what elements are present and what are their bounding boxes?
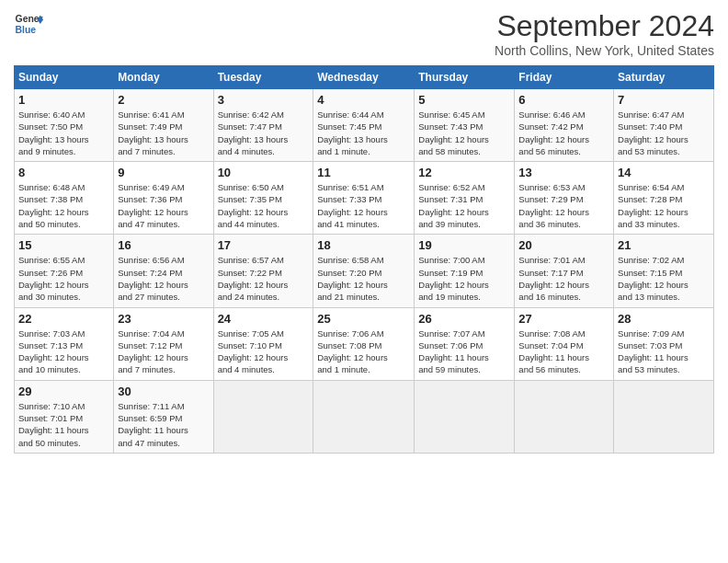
- month-title: September 2024: [495, 9, 714, 43]
- day-cell: 5Sunrise: 6:45 AM Sunset: 7:43 PM Daylig…: [415, 89, 515, 162]
- day-cell: 23Sunrise: 7:04 AM Sunset: 7:12 PM Dayli…: [114, 307, 213, 380]
- day-number: 14: [618, 166, 710, 179]
- day-number: 4: [317, 93, 410, 107]
- day-cell: 24Sunrise: 7:05 AM Sunset: 7:10 PM Dayli…: [213, 307, 313, 380]
- col-header-wednesday: Wednesday: [313, 66, 415, 89]
- day-info: Sunrise: 6:40 AM Sunset: 7:50 PM Dayligh…: [18, 109, 109, 157]
- day-cell: 10Sunrise: 6:50 AM Sunset: 7:35 PM Dayli…: [213, 162, 313, 235]
- day-info: Sunrise: 6:45 AM Sunset: 7:43 PM Dayligh…: [418, 109, 510, 157]
- week-row-2: 8Sunrise: 6:48 AM Sunset: 7:38 PM Daylig…: [15, 162, 714, 235]
- col-header-thursday: Thursday: [415, 66, 515, 89]
- day-number: 6: [518, 93, 609, 107]
- day-info: Sunrise: 7:08 AM Sunset: 7:04 PM Dayligh…: [518, 327, 609, 376]
- day-info: Sunrise: 6:42 AM Sunset: 7:47 PM Dayligh…: [218, 109, 310, 157]
- day-info: Sunrise: 7:00 AM Sunset: 7:19 PM Dayligh…: [418, 254, 510, 303]
- calendar-table: SundayMondayTuesdayWednesdayThursdayFrid…: [14, 65, 714, 454]
- day-info: Sunrise: 7:09 AM Sunset: 7:03 PM Dayligh…: [618, 327, 710, 376]
- day-info: Sunrise: 6:55 AM Sunset: 7:26 PM Dayligh…: [18, 254, 109, 303]
- day-cell: 12Sunrise: 6:52 AM Sunset: 7:31 PM Dayli…: [415, 162, 515, 235]
- day-number: 22: [18, 312, 109, 326]
- week-row-4: 22Sunrise: 7:03 AM Sunset: 7:13 PM Dayli…: [15, 307, 714, 380]
- day-cell: 15Sunrise: 6:55 AM Sunset: 7:26 PM Dayli…: [15, 235, 114, 307]
- logo-icon: General Blue: [14, 9, 43, 39]
- day-info: Sunrise: 6:52 AM Sunset: 7:31 PM Dayligh…: [418, 181, 510, 230]
- col-header-friday: Friday: [515, 66, 614, 89]
- day-info: Sunrise: 6:44 AM Sunset: 7:45 PM Dayligh…: [317, 109, 410, 157]
- day-cell: [313, 380, 415, 453]
- day-cell: 7Sunrise: 6:47 AM Sunset: 7:40 PM Daylig…: [614, 89, 714, 162]
- day-number: 29: [18, 385, 109, 398]
- day-info: Sunrise: 6:48 AM Sunset: 7:38 PM Dayligh…: [18, 181, 109, 230]
- day-cell: 22Sunrise: 7:03 AM Sunset: 7:13 PM Dayli…: [15, 307, 114, 380]
- day-info: Sunrise: 6:58 AM Sunset: 7:20 PM Dayligh…: [317, 254, 410, 303]
- day-number: 23: [118, 312, 209, 326]
- day-cell: [614, 380, 714, 453]
- day-cell: 30Sunrise: 7:11 AM Sunset: 6:59 PM Dayli…: [114, 380, 213, 453]
- week-row-1: 1Sunrise: 6:40 AM Sunset: 7:50 PM Daylig…: [15, 89, 714, 162]
- day-cell: 8Sunrise: 6:48 AM Sunset: 7:38 PM Daylig…: [15, 162, 114, 235]
- title-block: September 2024 North Collins, New York, …: [495, 9, 714, 58]
- day-number: 28: [618, 312, 710, 326]
- day-info: Sunrise: 6:46 AM Sunset: 7:42 PM Dayligh…: [518, 109, 609, 157]
- day-cell: 20Sunrise: 7:01 AM Sunset: 7:17 PM Dayli…: [515, 235, 614, 307]
- day-number: 16: [118, 238, 209, 252]
- day-cell: 1Sunrise: 6:40 AM Sunset: 7:50 PM Daylig…: [15, 89, 114, 162]
- day-number: 7: [618, 93, 710, 107]
- header-row: SundayMondayTuesdayWednesdayThursdayFrid…: [15, 66, 714, 89]
- day-number: 10: [218, 166, 310, 179]
- col-header-saturday: Saturday: [614, 66, 714, 89]
- day-cell: 14Sunrise: 6:54 AM Sunset: 7:28 PM Dayli…: [614, 162, 714, 235]
- day-number: 5: [418, 93, 510, 107]
- day-cell: 13Sunrise: 6:53 AM Sunset: 7:29 PM Dayli…: [515, 162, 614, 235]
- day-cell: 25Sunrise: 7:06 AM Sunset: 7:08 PM Dayli…: [313, 307, 415, 380]
- day-cell: 17Sunrise: 6:57 AM Sunset: 7:22 PM Dayli…: [213, 235, 313, 307]
- page-header: General Blue September 2024 North Collin…: [14, 9, 714, 58]
- week-row-3: 15Sunrise: 6:55 AM Sunset: 7:26 PM Dayli…: [15, 235, 714, 307]
- day-cell: 9Sunrise: 6:49 AM Sunset: 7:36 PM Daylig…: [114, 162, 213, 235]
- day-info: Sunrise: 7:03 AM Sunset: 7:13 PM Dayligh…: [18, 327, 109, 376]
- day-info: Sunrise: 7:11 AM Sunset: 6:59 PM Dayligh…: [118, 400, 209, 449]
- day-cell: 18Sunrise: 6:58 AM Sunset: 7:20 PM Dayli…: [313, 235, 415, 307]
- day-number: 8: [18, 166, 109, 179]
- day-cell: 2Sunrise: 6:41 AM Sunset: 7:49 PM Daylig…: [114, 89, 213, 162]
- day-info: Sunrise: 7:01 AM Sunset: 7:17 PM Dayligh…: [518, 254, 609, 303]
- day-number: 19: [418, 238, 510, 252]
- day-info: Sunrise: 6:49 AM Sunset: 7:36 PM Dayligh…: [118, 181, 209, 230]
- day-info: Sunrise: 7:07 AM Sunset: 7:06 PM Dayligh…: [418, 327, 510, 376]
- day-cell: 4Sunrise: 6:44 AM Sunset: 7:45 PM Daylig…: [313, 89, 415, 162]
- day-number: 26: [418, 312, 510, 326]
- day-cell: 21Sunrise: 7:02 AM Sunset: 7:15 PM Dayli…: [614, 235, 714, 307]
- day-number: 15: [18, 238, 109, 252]
- day-info: Sunrise: 6:53 AM Sunset: 7:29 PM Dayligh…: [518, 181, 609, 230]
- day-number: 12: [418, 166, 510, 179]
- day-number: 9: [118, 166, 209, 179]
- day-cell: [415, 380, 515, 453]
- day-cell: [213, 380, 313, 453]
- col-header-tuesday: Tuesday: [213, 66, 313, 89]
- day-info: Sunrise: 6:50 AM Sunset: 7:35 PM Dayligh…: [218, 181, 310, 230]
- day-cell: 26Sunrise: 7:07 AM Sunset: 7:06 PM Dayli…: [415, 307, 515, 380]
- day-number: 24: [218, 312, 310, 326]
- day-cell: 29Sunrise: 7:10 AM Sunset: 7:01 PM Dayli…: [15, 380, 114, 453]
- day-number: 27: [518, 312, 609, 326]
- day-info: Sunrise: 6:41 AM Sunset: 7:49 PM Dayligh…: [118, 109, 209, 157]
- day-number: 1: [18, 93, 109, 107]
- day-number: 30: [118, 385, 209, 398]
- day-number: 25: [317, 312, 410, 326]
- day-cell: 6Sunrise: 6:46 AM Sunset: 7:42 PM Daylig…: [515, 89, 614, 162]
- day-cell: 27Sunrise: 7:08 AM Sunset: 7:04 PM Dayli…: [515, 307, 614, 380]
- col-header-monday: Monday: [114, 66, 213, 89]
- day-cell: [515, 380, 614, 453]
- day-info: Sunrise: 7:10 AM Sunset: 7:01 PM Dayligh…: [18, 400, 109, 449]
- day-info: Sunrise: 6:56 AM Sunset: 7:24 PM Dayligh…: [118, 254, 209, 303]
- day-number: 18: [317, 238, 410, 252]
- day-number: 13: [518, 166, 609, 179]
- day-number: 21: [618, 238, 710, 252]
- day-number: 20: [518, 238, 609, 252]
- day-number: 2: [118, 93, 209, 107]
- day-info: Sunrise: 6:57 AM Sunset: 7:22 PM Dayligh…: [218, 254, 310, 303]
- day-info: Sunrise: 7:06 AM Sunset: 7:08 PM Dayligh…: [317, 327, 410, 376]
- day-number: 11: [317, 166, 410, 179]
- location: North Collins, New York, United States: [495, 43, 714, 58]
- day-info: Sunrise: 6:54 AM Sunset: 7:28 PM Dayligh…: [618, 181, 710, 230]
